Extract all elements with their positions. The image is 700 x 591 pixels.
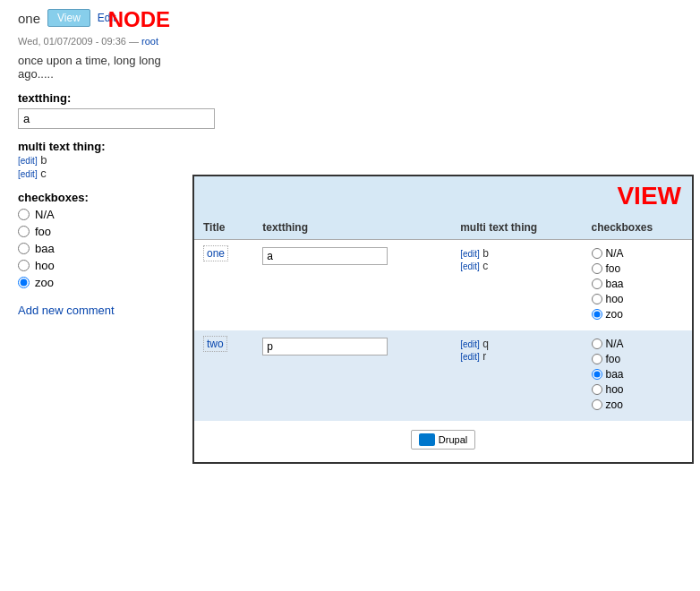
row2-textthing	[253, 330, 451, 421]
view-header: VIEW	[194, 176, 692, 216]
view-label: VIEW	[617, 182, 681, 210]
row1-radio-hoo[interactable]	[592, 294, 602, 304]
col-multi-text: multi text thing	[451, 216, 582, 240]
table-row: one [edit] b [edit] c N/A	[194, 240, 692, 331]
row1-edit-2[interactable]: [edit]	[460, 261, 480, 271]
row1-val-2: c	[482, 260, 488, 272]
view-button[interactable]: View	[47, 9, 90, 27]
drupal-badge: Drupal	[411, 430, 475, 450]
checkbox-foo: foo	[18, 225, 170, 238]
row1-title: one	[194, 240, 253, 331]
radio-baa[interactable]	[18, 243, 30, 254]
row2-multi: [edit] q [edit] r	[451, 330, 582, 421]
row1-radio-baa[interactable]	[592, 278, 602, 289]
multi-edit-2[interactable]: [edit]	[18, 169, 38, 179]
checkbox-hoo: hoo	[18, 259, 170, 272]
row2-check-foo: foo	[592, 353, 684, 365]
multi-text-section: multi text thing: [edit] b [edit] c	[18, 140, 170, 180]
row2-val-1: q	[482, 338, 489, 350]
checkboxes-section: checkboxes: N/A foo baa hoo zoo	[18, 191, 170, 289]
row1-check-baa: baa	[592, 278, 684, 290]
node-author[interactable]: root	[141, 36, 158, 47]
row2-radio-hoo[interactable]	[592, 384, 602, 395]
checkboxes-label: checkboxes:	[18, 191, 170, 204]
row2-check-na: N/A	[592, 338, 684, 350]
multi-text-item-1: [edit] b	[18, 153, 170, 167]
row1-radio-zoo[interactable]	[592, 309, 602, 320]
row1-check-zoo: zoo	[592, 308, 684, 321]
row2-text-input[interactable]	[262, 338, 388, 355]
checkbox-baa: baa	[18, 242, 170, 255]
row2-radio-na[interactable]	[592, 338, 602, 349]
multi-value-2: c	[40, 167, 47, 180]
textthing-input[interactable]	[18, 108, 215, 129]
label-foo: foo	[35, 225, 51, 238]
checkbox-zoo: zoo	[18, 276, 170, 289]
node-title: one	[18, 11, 40, 26]
table-row: two [edit] q [edit] r N/A	[194, 330, 692, 421]
multi-text-item-2: [edit] c	[18, 167, 170, 180]
row2-edit-1[interactable]: [edit]	[460, 339, 480, 349]
node-body: once upon a time, long long ago.....	[18, 54, 170, 81]
row1-val-1: b	[482, 247, 489, 260]
radio-zoo[interactable]	[18, 277, 30, 288]
checkbox-na: N/A	[18, 208, 170, 221]
add-comment-link[interactable]: Add new comment	[18, 304, 115, 317]
label-baa: baa	[35, 242, 55, 255]
textthing-label: textthing:	[18, 91, 170, 105]
row2-radio-zoo[interactable]	[592, 399, 602, 410]
row2-multi-1: [edit] q	[460, 338, 573, 350]
row1-title-link[interactable]: one	[203, 245, 228, 261]
row2-val-2: r	[482, 350, 486, 363]
node-header: one View Edit NODE	[18, 9, 170, 27]
row1-multi-1: [edit] b	[460, 247, 573, 260]
row2-edit-2[interactable]: [edit]	[460, 352, 480, 362]
node-panel: one View Edit NODE Wed, 01/07/2009 - 09:…	[0, 0, 188, 326]
row1-radio-na[interactable]	[592, 248, 602, 259]
row2-check-hoo: hoo	[592, 383, 684, 396]
row2-check-baa: baa	[592, 368, 684, 381]
radio-foo[interactable]	[18, 226, 30, 237]
col-textthing: textthing	[253, 216, 451, 240]
row2-radio-baa[interactable]	[592, 369, 602, 380]
node-meta: Wed, 01/07/2009 - 09:36 — root	[18, 36, 170, 47]
row1-check-hoo: hoo	[592, 293, 684, 305]
label-hoo: hoo	[35, 259, 55, 272]
row2-title-link[interactable]: two	[203, 336, 227, 352]
view-overlay: VIEW Title textthing multi text thing ch…	[192, 175, 694, 464]
row1-check-na: N/A	[592, 247, 684, 260]
row1-checkboxes: N/A foo baa hoo zoo	[583, 240, 693, 331]
multi-text-label: multi text thing:	[18, 140, 170, 153]
radio-hoo[interactable]	[18, 260, 30, 271]
row1-check-foo: foo	[592, 262, 684, 275]
row1-edit-1[interactable]: [edit]	[460, 249, 480, 259]
row1-textthing	[253, 240, 451, 331]
multi-value-1: b	[40, 153, 47, 167]
node-date: Wed, 01/07/2009 - 09:36 —	[18, 36, 141, 47]
drupal-label: Drupal	[439, 434, 467, 445]
label-zoo: zoo	[35, 276, 54, 289]
row2-radio-foo[interactable]	[592, 354, 602, 364]
row1-radio-foo[interactable]	[592, 263, 602, 274]
drupal-footer: Drupal	[194, 421, 692, 453]
row2-multi-2: [edit] r	[460, 350, 573, 363]
row2-checkboxes: N/A foo baa hoo zoo	[583, 330, 693, 421]
row1-text-input[interactable]	[262, 247, 388, 265]
row2-title: two	[194, 330, 253, 421]
col-checkboxes: checkboxes	[583, 216, 693, 240]
row1-multi-2: [edit] c	[460, 260, 573, 272]
col-title: Title	[194, 216, 253, 240]
view-table: Title textthing multi text thing checkbo…	[194, 216, 692, 421]
drupal-icon	[419, 433, 435, 446]
multi-edit-1[interactable]: [edit]	[18, 156, 38, 166]
radio-na[interactable]	[18, 209, 30, 220]
row2-check-zoo: zoo	[592, 398, 684, 411]
node-label: NODE	[108, 7, 170, 32]
label-na: N/A	[35, 208, 55, 221]
row1-multi: [edit] b [edit] c	[451, 240, 582, 331]
